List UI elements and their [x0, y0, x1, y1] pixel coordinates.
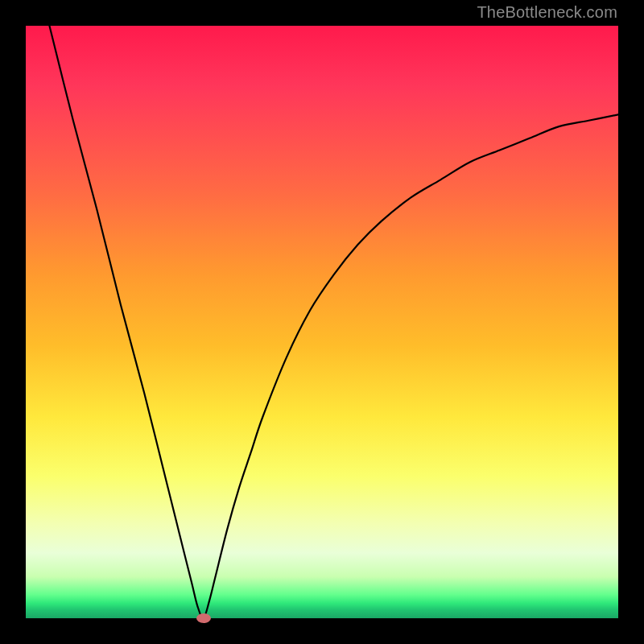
watermark-text: TheBottleneck.com — [477, 3, 617, 22]
bottleneck-curve — [26, 26, 618, 618]
optimum-marker — [196, 613, 211, 623]
plot-area — [26, 26, 618, 618]
curve-path — [49, 26, 618, 618]
chart-canvas: TheBottleneck.com — [0, 0, 644, 644]
